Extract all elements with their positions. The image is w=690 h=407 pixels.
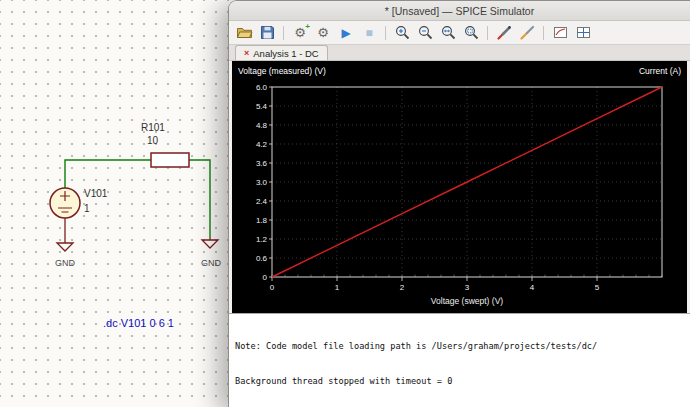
- window-title: * [Unsaved] — SPICE Simulator: [385, 5, 534, 17]
- tab-label: Analysis 1 - DC: [253, 48, 318, 59]
- plot-panel[interactable]: Voltage (measured) (V) Current (A) 00.61…: [232, 61, 687, 313]
- save-workbook-button[interactable]: [256, 23, 278, 43]
- zoom-fit-width-icon: [440, 24, 457, 41]
- wires[interactable]: [65, 160, 210, 238]
- gear-icon: ⚙: [317, 26, 329, 39]
- open-folder-icon: [236, 24, 253, 41]
- window-titlebar[interactable]: * [Unsaved] — SPICE Simulator: [229, 1, 690, 21]
- save-icon: [259, 24, 276, 41]
- gnd-label[interactable]: GND: [201, 258, 222, 268]
- svg-text:0: 0: [270, 283, 275, 292]
- plot-header: Voltage (measured) (V) Current (A): [232, 61, 687, 77]
- toolbar-separator: [543, 26, 544, 40]
- svg-text:1: 1: [335, 283, 340, 292]
- svg-text:1.8: 1.8: [256, 216, 268, 225]
- zoom-fit-width-button[interactable]: [437, 23, 459, 43]
- wire-left[interactable]: [65, 160, 151, 188]
- svg-text:4.8: 4.8: [256, 121, 268, 130]
- new-analysis-button[interactable]: ⚙ +: [289, 23, 311, 43]
- cursors-chart-icon: [575, 24, 592, 41]
- left-axis-title: Voltage (measured) (V): [238, 66, 326, 76]
- svg-text:3.0: 3.0: [256, 178, 268, 187]
- probe-icon: [496, 24, 513, 41]
- right-axis-title: Current (A): [639, 66, 681, 76]
- stop-icon: ■: [365, 27, 372, 39]
- open-workbook-button[interactable]: [233, 23, 255, 43]
- toolbar-separator: [385, 26, 386, 40]
- svg-text:0: 0: [263, 273, 268, 282]
- plus-badge-icon: +: [305, 22, 310, 31]
- svg-text:3.6: 3.6: [256, 159, 268, 168]
- zoom-out-button[interactable]: [414, 23, 436, 43]
- svg-text:4.2: 4.2: [256, 140, 268, 149]
- show-legend-button[interactable]: [549, 23, 571, 43]
- tab-analysis-1-dc[interactable]: × Analysis 1 - DC: [235, 45, 328, 60]
- add-probe-button[interactable]: [493, 23, 515, 43]
- gnd-triangle: [57, 243, 73, 251]
- zoom-fit-screen-button[interactable]: [460, 23, 482, 43]
- svg-text:5: 5: [595, 283, 600, 292]
- resistor-reference[interactable]: R101: [141, 122, 165, 133]
- toolbar: ⚙ + ⚙ ▶ ■: [229, 21, 690, 45]
- edit-analysis-button[interactable]: ⚙: [312, 23, 334, 43]
- svg-text:6.0: 6.0: [256, 83, 268, 92]
- svg-text:3: 3: [465, 283, 470, 292]
- stop-simulation-button[interactable]: ■: [358, 23, 380, 43]
- tab-close-icon[interactable]: ×: [244, 48, 249, 58]
- console-line: Background thread stopped with timeout =…: [235, 376, 690, 388]
- tune-component-button[interactable]: [516, 23, 538, 43]
- tune-icon: [519, 24, 536, 41]
- screen: R101 10 V101 1 GND GND: [0, 0, 690, 407]
- simulation-console: Note: Code model file loading path is /U…: [229, 313, 690, 407]
- toolbar-separator: [283, 26, 284, 40]
- voltage-source-V101[interactable]: V101 1: [50, 188, 108, 218]
- zoom-out-icon: [417, 24, 434, 41]
- svg-text:2.4: 2.4: [256, 197, 268, 206]
- zoom-fit-screen-icon: [463, 24, 480, 41]
- run-simulation-button[interactable]: ▶: [335, 23, 357, 43]
- svg-text:0.6: 0.6: [256, 254, 268, 263]
- source-reference[interactable]: V101: [84, 188, 108, 199]
- wire-right[interactable]: [189, 160, 210, 238]
- gnd-label[interactable]: GND: [55, 258, 76, 268]
- x-axis-label: Voltage (swept) (V): [431, 296, 503, 306]
- show-cursors-button[interactable]: [572, 23, 594, 43]
- gnd-symbol-left[interactable]: GND: [55, 218, 76, 268]
- svg-text:4: 4: [530, 283, 535, 292]
- gear-plus-icon: ⚙: [294, 26, 306, 39]
- legend-chart-icon: [552, 24, 569, 41]
- svg-text:5.4: 5.4: [256, 102, 268, 111]
- spice-directive[interactable]: .dc V101 0 6 1: [103, 317, 174, 329]
- resistor-value[interactable]: 10: [147, 135, 159, 146]
- zoom-in-icon: [394, 24, 411, 41]
- console-line: Note: Code model file loading path is /U…: [235, 341, 690, 353]
- source-value[interactable]: 1: [84, 203, 90, 214]
- tab-bar: × Analysis 1 - DC: [229, 45, 690, 61]
- schematic-drawing: R101 10 V101 1 GND GND: [0, 0, 232, 407]
- toolbar-separator: [487, 26, 488, 40]
- svg-text:2: 2: [400, 283, 405, 292]
- play-icon: ▶: [341, 27, 350, 39]
- gnd-symbol-right[interactable]: GND: [201, 238, 222, 268]
- spice-simulator-window: * [Unsaved] — SPICE Simulator ⚙ +: [228, 0, 690, 407]
- zoom-in-button[interactable]: [391, 23, 413, 43]
- plot-svg[interactable]: 00.61.21.82.43.03.64.24.85.46.0012345Vol…: [232, 77, 688, 313]
- resistor-body[interactable]: [151, 153, 189, 167]
- svg-text:1.2: 1.2: [256, 235, 268, 244]
- gnd-triangle: [202, 240, 218, 248]
